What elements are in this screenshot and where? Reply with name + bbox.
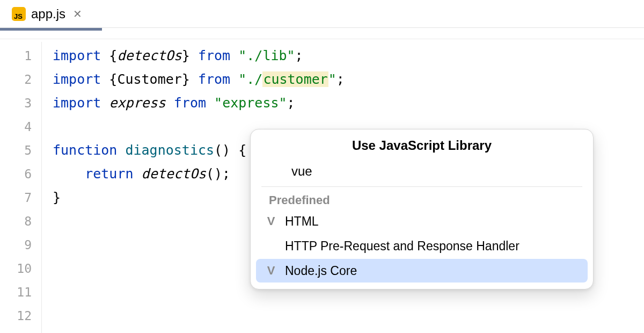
js-file-icon: JS bbox=[12, 7, 26, 21]
tab-bar: JS app.js ✕ bbox=[0, 0, 644, 28]
popup-item-label: Node.js Core bbox=[285, 264, 357, 278]
code-line: import {detectOs} from "./lib"; bbox=[53, 44, 345, 68]
code-line: import express from "express"; bbox=[53, 91, 345, 115]
check-icon: V bbox=[264, 264, 279, 278]
code-line: import {Customer} from "./customer"; bbox=[53, 68, 345, 91]
code-line bbox=[53, 304, 345, 328]
popup-item-label: HTTP Pre-Request and Response Handler bbox=[285, 239, 519, 254]
close-icon[interactable]: ✕ bbox=[71, 5, 84, 23]
line-number: 5 bbox=[0, 139, 41, 162]
line-number-gutter: 123456789101112 bbox=[0, 42, 42, 333]
line-number: 3 bbox=[0, 91, 41, 115]
popup-title: Use JavaScript Library bbox=[251, 138, 593, 153]
line-number: 8 bbox=[0, 209, 41, 233]
line-number: 4 bbox=[0, 115, 41, 139]
line-number: 12 bbox=[0, 304, 41, 328]
line-number: 1 bbox=[0, 44, 41, 68]
file-tab[interactable]: JS app.js ✕ bbox=[5, 0, 91, 27]
line-number: 9 bbox=[0, 233, 41, 257]
popup-divider bbox=[261, 186, 582, 187]
line-number: 2 bbox=[0, 68, 41, 91]
line-number: 10 bbox=[0, 257, 41, 280]
check-icon: V bbox=[264, 214, 279, 228]
popup-item-label: HTML bbox=[285, 214, 319, 229]
active-tab-underline bbox=[0, 28, 102, 31]
popup-search-input[interactable]: vue bbox=[251, 161, 593, 185]
line-number: 11 bbox=[0, 280, 41, 304]
popup-list-item[interactable]: VHTML bbox=[256, 209, 588, 233]
tab-filename: app.js bbox=[31, 6, 65, 21]
use-js-library-popup: Use JavaScript Library vue Predefined VH… bbox=[250, 129, 594, 289]
popup-list-item[interactable]: HTTP Pre-Request and Response Handler bbox=[256, 234, 588, 258]
popup-list-item[interactable]: VNode.js Core bbox=[256, 259, 588, 283]
tabbar-divider bbox=[0, 39, 644, 39]
popup-section-label: Predefined bbox=[251, 191, 593, 208]
line-number: 6 bbox=[0, 162, 41, 186]
line-number: 7 bbox=[0, 186, 41, 209]
